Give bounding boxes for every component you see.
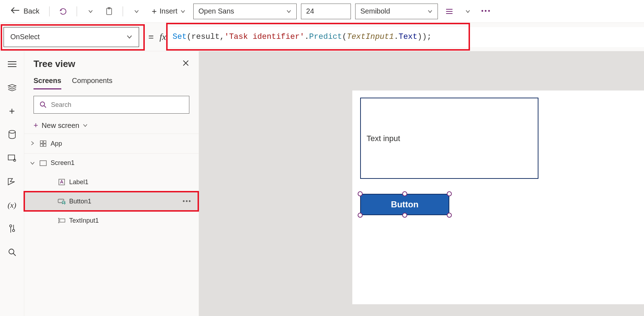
tab-components[interactable]: Components [72,77,112,89]
svg-rect-21 [40,144,43,146]
svg-line-18 [44,106,46,108]
app-icon [39,140,47,147]
close-panel-button[interactable] [182,59,189,69]
paste-button[interactable] [102,4,116,19]
selection-handle[interactable] [447,213,452,218]
divider [123,6,123,16]
tree-item-textinput1[interactable]: TextInput1 [24,211,199,230]
font-weight-dropdown[interactable]: Semibold [355,4,438,19]
selection-handle[interactable] [358,191,363,196]
formula-bar: OnSelect = fx Set(result, 'Task identifi… [0,23,644,51]
plus-icon: + [152,6,157,16]
tab-screens[interactable]: Screens [34,77,61,89]
top-toolbar: Back + Insert Open Sans 24 Semibold • [0,0,644,23]
tree-item-label: Button1 [69,198,91,205]
tree-item-label: Screen1 [51,159,75,167]
main-area: + (x) Tree view Screens Components [0,51,644,316]
new-screen-label: New screen [42,121,80,130]
expand-icon[interactable] [29,140,36,147]
paste-dropdown[interactable] [129,4,144,19]
align-dropdown[interactable] [461,4,475,19]
back-label: Back [24,7,39,15]
tree-item-label: App [51,140,62,147]
svg-rect-20 [44,141,46,143]
selection-handle[interactable] [358,213,363,218]
svg-point-8 [9,130,15,133]
insert-button[interactable]: + Insert [148,4,189,19]
textinput-icon [58,218,66,223]
tree-item-button1[interactable]: Button1 ••• [24,192,199,211]
svg-rect-23 [40,161,46,166]
property-value: OnSelect [10,33,40,41]
undo-dropdown[interactable] [83,4,98,19]
power-automate-icon[interactable] [4,174,20,190]
textinput-control[interactable]: Text input [360,98,538,179]
tree-view-icon[interactable] [4,80,20,95]
variables-icon[interactable]: (x) [4,197,20,213]
font-family-dropdown[interactable]: Open Sans [193,4,297,19]
svg-rect-9 [8,155,15,160]
tree-item-label: Label1 [69,178,88,186]
undo-button[interactable] [56,4,70,19]
media-icon[interactable] [4,150,20,166]
fx-icon: fx [159,32,166,42]
font-size-value: 24 [306,7,314,15]
data-icon[interactable] [4,127,20,143]
tree-view-panel: Tree view Screens Components + New scree… [24,51,199,316]
tree-item-screen1[interactable]: Screen1 [24,153,199,172]
search-field[interactable] [51,101,183,109]
selection-handle[interactable] [402,191,407,196]
hamburger-icon[interactable] [4,56,20,72]
design-canvas[interactable]: Text input Button [199,51,644,316]
font-size-dropdown[interactable]: 24 [301,4,351,19]
insert-label: Insert [159,7,177,15]
svg-rect-22 [44,144,46,146]
button-label: Button [391,200,418,209]
back-arrow-icon [11,7,20,16]
app-screen[interactable]: Text input Button [352,90,644,304]
svg-point-11 [10,225,12,227]
selection-handle[interactable] [402,213,407,218]
screen-icon [39,160,47,166]
divider [49,6,50,16]
svg-rect-19 [40,141,43,143]
insert-rail-icon[interactable]: + [4,103,20,119]
tree-item-label: TextInput1 [69,217,99,224]
svg-rect-26 [60,219,65,222]
textinput-value: Text input [367,134,400,143]
svg-point-13 [12,229,15,232]
chevron-down-icon [428,9,433,14]
svg-point-15 [9,249,14,254]
font-family-value: Open Sans [199,7,234,15]
font-weight-value: Semibold [361,7,390,15]
svg-point-17 [40,102,45,106]
tree-item-app[interactable]: App [24,134,199,153]
chevron-down-icon [83,124,88,127]
equals-sign: = [148,31,154,42]
property-selector[interactable]: OnSelect [4,27,139,47]
selection-handle[interactable] [447,191,452,196]
label-icon [58,178,66,186]
chevron-down-icon [286,9,291,14]
button-icon [58,198,66,204]
more-options-button[interactable]: ••• [479,4,494,19]
new-screen-button[interactable]: + New screen [24,117,199,134]
chevron-down-icon [180,10,185,13]
chevron-down-icon [127,35,132,39]
formula-input[interactable]: Set(result, 'Task identifier'.Predict(Te… [168,27,644,47]
tree-view-title: Tree view [34,58,75,69]
button-control[interactable]: Button [360,194,449,215]
left-nav-rail: + (x) [0,51,24,316]
plus-icon: + [34,121,38,130]
collapse-icon[interactable] [29,159,36,167]
tree-item-label1[interactable]: Label1 [24,172,199,192]
more-icon[interactable]: ••• [183,198,191,205]
advanced-tools-icon[interactable] [4,221,20,237]
search-rail-icon[interactable] [4,244,20,260]
search-icon [40,101,47,108]
back-button[interactable]: Back [7,5,43,18]
align-button[interactable] [442,4,456,19]
svg-line-16 [13,253,16,256]
tree-search-input[interactable] [34,96,189,114]
divider [77,6,77,16]
